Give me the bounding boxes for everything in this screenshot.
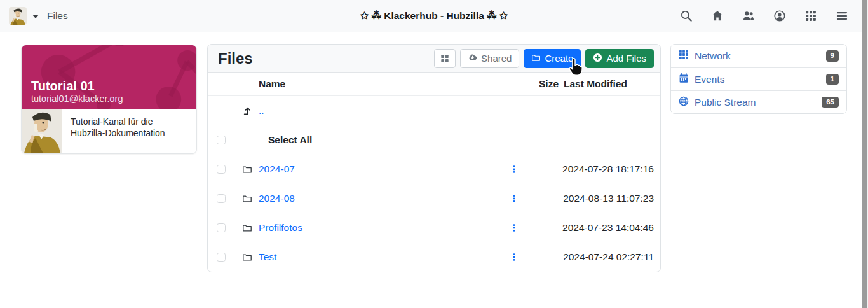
account-icon[interactable]: [769, 5, 790, 27]
shared-button[interactable]: Shared: [460, 49, 519, 68]
cloud-download-icon: [468, 53, 477, 64]
scrollbar[interactable]: [862, 0, 868, 308]
navbar: Files ✩ ⁂ Klackerhub - Hubzilla ⁂ ✩: [0, 0, 868, 32]
file-modified: 2024-07-28 18:17:16: [559, 164, 654, 175]
channel-address: tutorial01@klacker.org: [31, 94, 123, 104]
folder-icon: [531, 53, 541, 64]
channel-card-body: Tutorial-Kanal für die Hubzilla-Dokument…: [22, 109, 196, 153]
folder-icon: [242, 223, 259, 233]
file-modified: 2024-07-24 02:27:11: [559, 251, 654, 263]
folder-icon: [242, 252, 259, 262]
menu-icon[interactable]: [831, 5, 853, 27]
file-row: 2024-07 2024-07-28 18:17:16: [208, 155, 660, 184]
select-all-label: Select All: [259, 134, 503, 146]
apps-grid-icon[interactable]: [800, 5, 822, 27]
add-files-button-label: Add Files: [606, 53, 646, 64]
file-modified: 2024-08-13 11:07:23: [559, 193, 654, 204]
column-size: Size: [526, 78, 559, 90]
network-count-badge: 9: [826, 50, 839, 62]
sidebar-item-label: Public Stream: [695, 97, 756, 108]
level-up-icon: [242, 106, 259, 116]
home-icon[interactable]: [707, 5, 728, 27]
scrollbar-thumb[interactable]: [862, 0, 867, 308]
row-menu-button[interactable]: [503, 253, 526, 262]
cover-text: Tutorial 01 tutorial01@klacker.org: [31, 79, 123, 104]
column-last-modified: Last Modified: [559, 78, 654, 90]
file-row: Test 2024-07-24 02:27:11: [208, 242, 660, 272]
shared-button-label: Shared: [481, 53, 512, 64]
globe-icon: [679, 96, 689, 109]
row-menu-button[interactable]: [503, 223, 526, 232]
create-button[interactable]: Create: [524, 49, 581, 68]
page-title: Files: [218, 50, 253, 67]
calendar-icon: [679, 73, 689, 86]
channel-profile-photo: [22, 109, 62, 153]
public-stream-count-badge: 65: [822, 97, 839, 108]
row-checkbox[interactable]: [217, 194, 226, 203]
sidebar-item-network[interactable]: Network 9: [671, 45, 846, 67]
files-panel: Files Shared Create Add Files: [207, 44, 661, 272]
folder-link[interactable]: 2024-07: [259, 164, 295, 174]
sidebar-item-public-stream[interactable]: Public Stream 65: [671, 90, 846, 113]
row-menu-button[interactable]: [503, 194, 526, 203]
right-sidebar: Network 9 Events 1 Public Stream 65: [670, 44, 847, 114]
select-all-row: Select All: [208, 125, 660, 155]
files-toolbar: Shared Create Add Files: [434, 49, 654, 68]
add-files-button[interactable]: Add Files: [585, 49, 654, 68]
channel-avatar[interactable]: [9, 7, 27, 25]
folder-icon: [242, 164, 259, 174]
folder-link[interactable]: 2024-08: [259, 193, 295, 204]
channel-menu: [9, 7, 39, 25]
channel-card: Tutorial 01 tutorial01@klacker.org Tutor…: [21, 45, 197, 154]
nav-app-label[interactable]: Files: [47, 10, 68, 22]
row-checkbox[interactable]: [217, 253, 226, 262]
column-name: Name: [259, 78, 503, 90]
file-row: Profilfotos 2024-07-23 14:04:46: [208, 213, 660, 242]
sidebar-item-label: Events: [695, 74, 724, 85]
events-count-badge: 1: [826, 74, 839, 85]
select-all-checkbox[interactable]: [217, 136, 226, 144]
file-modified: 2024-07-23 14:04:46: [559, 222, 654, 234]
search-icon[interactable]: [675, 5, 697, 27]
file-row: 2024-08 2024-08-13 11:07:23: [208, 184, 660, 213]
chevron-down-icon[interactable]: [32, 15, 39, 18]
connections-icon[interactable]: [738, 5, 759, 27]
folder-link[interactable]: Test: [259, 251, 276, 262]
file-table-header: Name Size Last Modified: [208, 73, 660, 96]
network-grid-icon: [679, 50, 689, 62]
folder-link[interactable]: Profilfotos: [259, 222, 302, 233]
page: Files ✩ ⁂ Klackerhub - Hubzilla ⁂ ✩: [0, 0, 868, 308]
site-title: ✩ ⁂ Klackerhub - Hubzilla ⁂ ✩: [360, 10, 508, 22]
parent-directory-row: ..: [208, 96, 660, 125]
row-menu-button[interactable]: [503, 165, 526, 174]
sidebar-item-label: Network: [695, 50, 731, 62]
sidebar-item-events[interactable]: Events 1: [671, 67, 846, 90]
grid-view-icon: [440, 54, 449, 63]
view-toggle-button[interactable]: [434, 49, 456, 68]
row-checkbox[interactable]: [217, 165, 226, 174]
parent-directory-link[interactable]: ..: [259, 105, 264, 116]
cover-photo: Tutorial 01 tutorial01@klacker.org: [22, 45, 196, 109]
create-button-label: Create: [545, 53, 573, 64]
row-checkbox[interactable]: [217, 223, 226, 232]
files-panel-header: Files Shared Create Add Files: [208, 45, 660, 73]
channel-name: Tutorial 01: [31, 79, 123, 94]
navbar-actions: [675, 5, 853, 27]
folder-icon: [242, 193, 259, 204]
plus-circle-icon: [593, 53, 602, 64]
channel-description: Tutorial-Kanal für die Hubzilla-Dokument…: [62, 109, 196, 153]
